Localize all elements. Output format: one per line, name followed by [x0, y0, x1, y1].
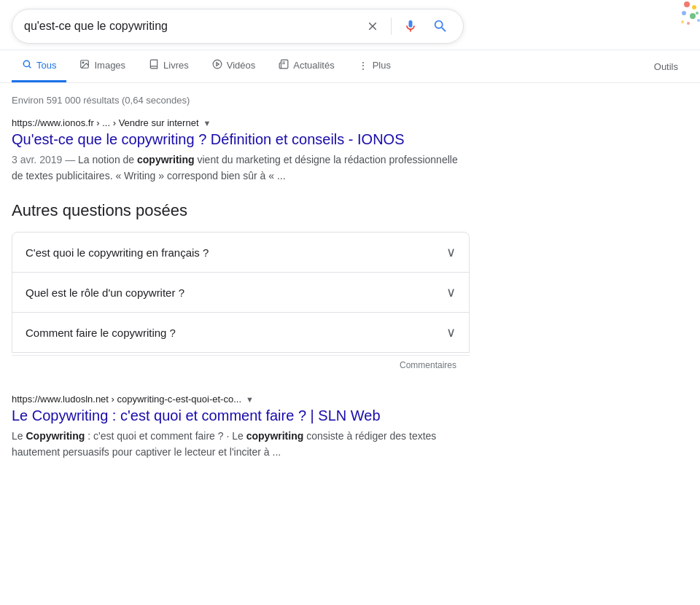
clear-button[interactable]: [363, 17, 382, 36]
paa-item-1-header[interactable]: C'est quoi le copywriting en français ? …: [12, 233, 469, 272]
plus-icon: ⋮: [358, 60, 368, 71]
tab-videos-label: Vidéos: [227, 60, 256, 71]
search-box: qu'est-ce que le copywriting: [12, 9, 464, 44]
paa-section: Autres questions posées C'est quoi le co…: [12, 201, 470, 379]
paa-item-3-chevron: ∨: [446, 324, 456, 340]
search-divider: [391, 17, 392, 35]
paa-comments: Commentaires: [12, 355, 470, 379]
mic-icon: [403, 19, 418, 34]
outils-button[interactable]: Outils: [644, 52, 688, 81]
mic-button[interactable]: [400, 16, 421, 36]
search-input[interactable]: qu'est-ce que le copywriting: [24, 20, 357, 33]
svg-marker-13: [217, 63, 219, 66]
result-item-2: https://www.ludosln.net › copywriting-c-…: [12, 394, 470, 460]
result-1-url-text: https://www.ionos.fr › ... › Vendre sur …: [12, 117, 199, 128]
result-1-url: https://www.ionos.fr › ... › Vendre sur …: [12, 117, 470, 128]
result-1-snippet: 3 avr. 2019 — La notion de copywriting v…: [12, 152, 470, 184]
search-button[interactable]: [429, 15, 451, 37]
results-stats: Environ 591 000 résultats (0,64 secondes…: [12, 89, 470, 117]
result-item-1: https://www.ionos.fr › ... › Vendre sur …: [12, 117, 470, 184]
search-bar: qu'est-ce que le copywriting: [0, 0, 700, 50]
result-1-title[interactable]: Qu'est-ce que le copywriting ? Définitio…: [12, 130, 470, 149]
paa-item-3[interactable]: Comment faire le copywriting ? ∨: [12, 312, 470, 353]
images-icon: [79, 59, 90, 71]
tab-actualites-label: Actualités: [293, 60, 334, 71]
paa-item-1-question: C'est quoi le copywriting en français ?: [26, 246, 209, 259]
tab-livres[interactable]: Livres: [139, 50, 199, 82]
tous-icon: [22, 59, 32, 71]
paa-item-2-chevron: ∨: [446, 284, 456, 300]
tab-tous[interactable]: Tous: [12, 50, 66, 82]
results-area: Environ 591 000 résultats (0,64 secondes…: [0, 83, 481, 483]
livres-icon: [149, 59, 159, 71]
result-2-title[interactable]: Le Copywriting : c'est quoi et comment f…: [12, 406, 470, 425]
search-controls: [363, 15, 451, 37]
paa-title: Autres questions posées: [12, 201, 470, 220]
tab-plus[interactable]: ⋮ Plus: [348, 51, 401, 82]
tab-actualites[interactable]: Actualités: [268, 50, 344, 82]
result-1-url-arrow[interactable]: ▼: [203, 119, 211, 128]
paa-item-2-header[interactable]: Quel est le rôle d'un copywriter ? ∨: [12, 273, 469, 312]
svg-point-11: [83, 62, 85, 63]
result-2-url-text: https://www.ludosln.net › copywriting-c-…: [12, 394, 241, 405]
svg-point-8: [23, 60, 29, 66]
nav-tabs: Tous Images Livres Vidé: [0, 50, 700, 83]
paa-item-1-chevron: ∨: [446, 244, 456, 260]
svg-point-12: [213, 60, 222, 69]
result-1-date: 3 avr. 2019 —: [12, 154, 78, 165]
result-2-url-arrow[interactable]: ▼: [246, 395, 254, 404]
search-icon: [432, 18, 448, 34]
tab-plus-label: Plus: [373, 60, 391, 71]
result-2-snippet: Le Copywriting : c'est quoi et comment f…: [12, 428, 470, 460]
actualites-icon: [279, 59, 289, 71]
paa-item-2-question: Quel est le rôle d'un copywriter ?: [26, 286, 184, 299]
result-2-url: https://www.ludosln.net › copywriting-c-…: [12, 394, 470, 405]
paa-item-2[interactable]: Quel est le rôle d'un copywriter ? ∨: [12, 272, 470, 313]
tab-images[interactable]: Images: [69, 50, 136, 82]
paa-item-1[interactable]: C'est quoi le copywriting en français ? …: [12, 232, 470, 273]
videos-icon: [212, 59, 222, 71]
tab-tous-label: Tous: [36, 60, 56, 71]
tab-images-label: Images: [94, 60, 125, 71]
paa-item-3-header[interactable]: Comment faire le copywriting ? ∨: [12, 313, 469, 352]
clear-icon: [366, 20, 379, 33]
tab-livres-label: Livres: [163, 60, 189, 71]
tab-videos[interactable]: Vidéos: [202, 50, 266, 82]
paa-comments-label: Commentaires: [400, 360, 456, 370]
svg-line-9: [29, 66, 31, 69]
paa-item-3-question: Comment faire le copywriting ?: [26, 327, 176, 339]
